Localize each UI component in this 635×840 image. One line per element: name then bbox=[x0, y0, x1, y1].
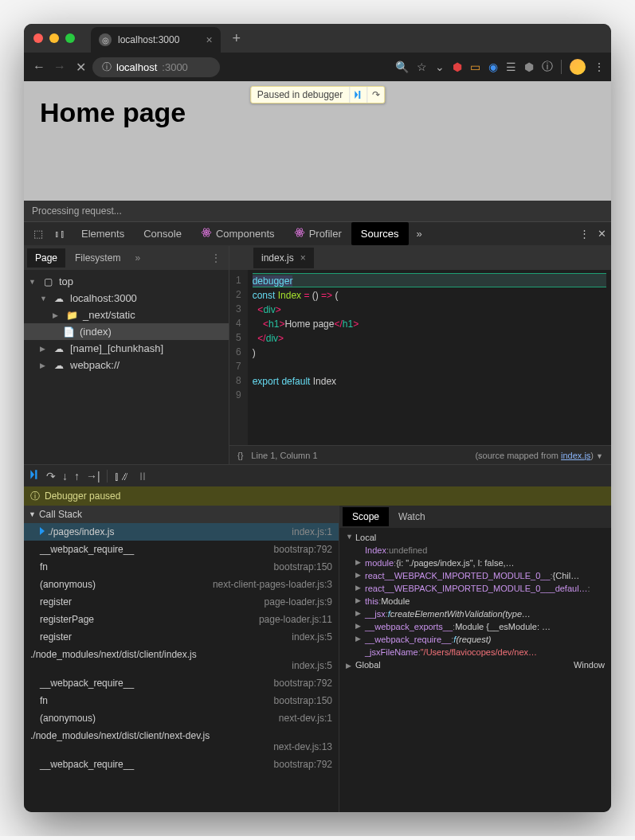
devtools-tab-sources[interactable]: Sources bbox=[351, 222, 409, 245]
nav-menu-icon[interactable]: ⋮ bbox=[206, 252, 225, 264]
tree-host[interactable]: ▼☁localhost:3000 bbox=[24, 290, 229, 307]
step-out-icon[interactable]: ↑ bbox=[74, 470, 80, 483]
callstack-row[interactable]: ./node_modules/next/dist/client/index.js… bbox=[24, 646, 339, 674]
tree-file-index[interactable]: 📄(index) bbox=[24, 323, 229, 340]
step-into-icon[interactable]: ↓ bbox=[62, 470, 68, 483]
scope-var-row[interactable]: ▶__webpack_require__: f (request) bbox=[339, 633, 611, 646]
close-window-button[interactable] bbox=[33, 33, 43, 43]
source-map-link[interactable]: index.js bbox=[561, 451, 590, 460]
scope-var-row[interactable]: _jsxFileName: "/Users/flaviocopes/dev/ne… bbox=[339, 646, 611, 658]
info-icon[interactable]: ⓘ bbox=[542, 60, 553, 74]
deactivate-breakpoints-icon[interactable]: ⫿⫽ bbox=[114, 470, 131, 483]
device-toggle-icon[interactable]: ⫾⫿ bbox=[49, 228, 70, 240]
scope-tabs: Scope Watch bbox=[339, 506, 611, 528]
debugger-overlay: Paused in debugger ↷ bbox=[250, 86, 385, 104]
ext2-icon[interactable]: ◉ bbox=[488, 61, 498, 73]
debugger-toolbar: ↷ ↓ ↑ →| ⫿⫽ ⏸ bbox=[24, 464, 611, 486]
tree-chunk[interactable]: ▶☁[name]_[chunkhash] bbox=[24, 340, 229, 357]
overlay-text: Paused in debugger bbox=[251, 87, 349, 103]
toolbar-actions: 🔍 ☆ ⌄ ⬢ ▭ ◉ ☰ ⬢ ⓘ ⋮ bbox=[395, 59, 605, 75]
scope-var-row[interactable]: Index: undefined bbox=[339, 544, 611, 557]
scope-var-row[interactable]: ▶module: {i: "./pages/index.js", l: fals… bbox=[339, 557, 611, 569]
shield-icon[interactable]: ⬢ bbox=[453, 61, 462, 73]
devtools-tab-elements[interactable]: Elements bbox=[72, 222, 134, 245]
tree-webpack[interactable]: ▶☁webpack:// bbox=[24, 357, 229, 373]
inspect-icon[interactable]: ⬚ bbox=[29, 228, 48, 240]
pretty-print-icon[interactable]: {} bbox=[237, 451, 243, 460]
scope-var-row[interactable]: ▶this: Module bbox=[339, 595, 611, 608]
resume-icon[interactable] bbox=[29, 469, 40, 483]
callstack-header[interactable]: ▼Call Stack bbox=[24, 506, 339, 523]
scope-var-row[interactable]: ▶__webpack_exports__: Module {__esModule… bbox=[339, 620, 611, 633]
step-over-icon[interactable]: ↷ bbox=[46, 470, 56, 483]
browser-tab[interactable]: ◎ localhost:3000 × bbox=[91, 27, 221, 53]
profile-avatar[interactable] bbox=[570, 59, 586, 75]
new-tab-button[interactable]: + bbox=[233, 30, 241, 47]
scope-var-row[interactable]: ▶react__WEBPACK_IMPORTED_MODULE_0__: {Ch… bbox=[339, 569, 611, 582]
close-devtools-icon[interactable]: ✕ bbox=[598, 228, 606, 240]
svg-point-4 bbox=[298, 232, 300, 233]
tree-root[interactable]: ▼▢top bbox=[24, 273, 229, 290]
devtools-tab-profiler[interactable]: Profiler bbox=[284, 222, 351, 245]
menu-icon[interactable]: ⋮ bbox=[594, 61, 605, 73]
callstack-row[interactable]: __webpack_require__bootstrap:792 bbox=[24, 756, 339, 773]
zoom-icon[interactable]: 🔍 bbox=[395, 61, 409, 73]
star-icon[interactable]: ☆ bbox=[417, 61, 427, 73]
reader-icon[interactable]: ☰ bbox=[506, 61, 516, 73]
callstack-row[interactable]: ./node_modules/next/dist/client/next-dev… bbox=[24, 727, 339, 756]
scope-global-header[interactable]: ▶GlobalWindow bbox=[339, 658, 611, 671]
callstack-row[interactable]: ./pages/index.jsindex.js:1 bbox=[24, 523, 339, 541]
react-icon bbox=[201, 227, 212, 240]
separator bbox=[561, 60, 562, 74]
step-icon[interactable]: →| bbox=[86, 470, 100, 483]
maximize-window-button[interactable] bbox=[65, 33, 75, 43]
scope-var-row[interactable]: ▶__jsx: f createElementWithValidation(ty… bbox=[339, 608, 611, 620]
scope-var-row[interactable]: ▶react__WEBPACK_IMPORTED_MODULE_0___defa… bbox=[339, 582, 611, 595]
step-over-button[interactable]: ↷ bbox=[366, 87, 384, 103]
ext1-icon[interactable]: ▭ bbox=[470, 61, 480, 73]
callstack-row[interactable]: fnbootstrap:150 bbox=[24, 692, 339, 709]
pocket-icon[interactable]: ⌄ bbox=[435, 61, 445, 73]
callstack-row[interactable]: registerPagepage-loader.js:11 bbox=[24, 611, 339, 628]
more-tabs-icon[interactable]: » bbox=[410, 228, 429, 240]
scope-tab-scope[interactable]: Scope bbox=[343, 507, 389, 526]
minimize-window-button[interactable] bbox=[49, 33, 59, 43]
callstack-row[interactable]: fnbootstrap:150 bbox=[24, 558, 339, 576]
callstack-panel: ▼Call Stack ./pages/index.jsindex.js:1__… bbox=[24, 506, 339, 812]
nav-tab-page[interactable]: Page bbox=[27, 248, 65, 268]
tree-folder[interactable]: ▶📁_next/static bbox=[24, 307, 229, 323]
callstack-row[interactable]: (anonymous)next-client-pages-loader.js:3 bbox=[24, 576, 339, 593]
devtools-menu-icon[interactable]: ⋮ bbox=[579, 228, 590, 240]
window-controls bbox=[33, 33, 75, 43]
code-text[interactable]: debugger const Index = () => ( <div> <h1… bbox=[248, 270, 611, 445]
nav-tab-filesystem[interactable]: Filesystem bbox=[67, 248, 128, 268]
nav-more-icon[interactable]: » bbox=[130, 252, 145, 264]
close-editor-tab-icon[interactable]: × bbox=[300, 252, 306, 264]
callstack-row[interactable]: registerindex.js:5 bbox=[24, 628, 339, 646]
code-area[interactable]: 123456789 debugger const Index = () => (… bbox=[229, 270, 611, 445]
callstack-row[interactable]: registerpage-loader.js:9 bbox=[24, 593, 339, 611]
gutter: 123456789 bbox=[229, 270, 248, 445]
source-map-info: (source mapped from index.js) ▼ bbox=[475, 451, 603, 460]
scope-local-header[interactable]: ▼Local bbox=[339, 531, 611, 544]
callstack-row[interactable]: (anonymous)next-dev.js:1 bbox=[24, 709, 339, 727]
close-tab-icon[interactable]: × bbox=[206, 33, 212, 46]
devtools-tab-components[interactable]: Components bbox=[191, 222, 284, 245]
debugger-paused-banner: ⓘ Debugger paused bbox=[24, 486, 611, 506]
lower-split: ▼Call Stack ./pages/index.jsindex.js:1__… bbox=[24, 506, 611, 812]
favicon-icon: ◎ bbox=[99, 33, 112, 46]
pause-on-exceptions-icon[interactable]: ⏸ bbox=[137, 470, 148, 483]
devtools-tab-console[interactable]: Console bbox=[134, 222, 191, 245]
site-info-icon[interactable]: ⓘ bbox=[102, 61, 112, 74]
stop-button[interactable]: ✕ bbox=[72, 60, 89, 75]
resume-button[interactable] bbox=[349, 87, 366, 103]
scope-tab-watch[interactable]: Watch bbox=[389, 507, 435, 526]
address-bar[interactable]: ⓘ localhost:3000 bbox=[92, 57, 220, 77]
source-map-menu-icon[interactable]: ▼ bbox=[596, 452, 603, 460]
ublock-icon[interactable]: ⬢ bbox=[524, 61, 534, 73]
callstack-row[interactable]: __webpack_require__bootstrap:792 bbox=[24, 541, 339, 558]
back-button[interactable]: ← bbox=[30, 60, 48, 74]
callstack-row[interactable]: __webpack_require__bootstrap:792 bbox=[24, 674, 339, 692]
forward-button[interactable]: → bbox=[51, 60, 69, 74]
editor-tab-indexjs[interactable]: index.js× bbox=[253, 248, 314, 268]
